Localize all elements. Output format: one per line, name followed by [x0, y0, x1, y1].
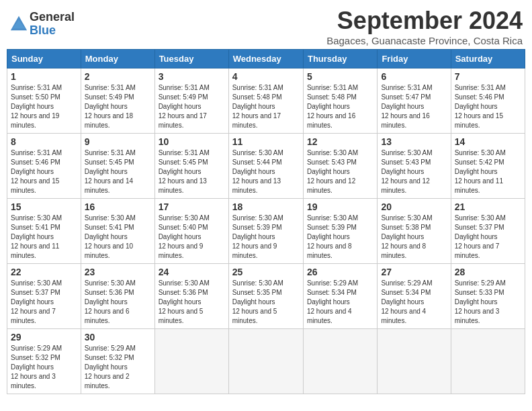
day-info: Sunrise: 5:30 AMSunset: 5:42 PMDaylight …: [455, 148, 521, 195]
page-header: General Blue September 2024 Bagaces, Gua…: [7, 7, 525, 46]
logo: General Blue: [9, 11, 75, 38]
calendar-cell: 29Sunrise: 5:29 AMSunset: 5:32 PMDayligh…: [7, 329, 81, 394]
calendar-cell: 19Sunrise: 5:30 AMSunset: 5:39 PMDayligh…: [303, 199, 377, 264]
calendar-cell: 4Sunrise: 5:31 AMSunset: 5:48 PMDaylight…: [228, 68, 303, 134]
day-number: 5: [307, 71, 373, 82]
day-info: Sunrise: 5:30 AMSunset: 5:35 PMDaylight …: [232, 279, 300, 326]
calendar-body: 1Sunrise: 5:31 AMSunset: 5:50 PMDaylight…: [7, 68, 525, 394]
day-info: Sunrise: 5:31 AMSunset: 5:46 PMDaylight …: [455, 83, 521, 130]
week-row-2: 8Sunrise: 5:31 AMSunset: 5:46 PMDaylight…: [7, 134, 525, 199]
day-info: Sunrise: 5:30 AMSunset: 5:36 PMDaylight …: [159, 279, 225, 326]
day-info: Sunrise: 5:31 AMSunset: 5:48 PMDaylight …: [232, 83, 300, 130]
calendar-cell: 18Sunrise: 5:30 AMSunset: 5:39 PMDayligh…: [228, 199, 303, 264]
day-info: Sunrise: 5:30 AMSunset: 5:39 PMDaylight …: [307, 214, 373, 261]
day-info: Sunrise: 5:31 AMSunset: 5:47 PMDaylight …: [381, 83, 447, 130]
day-number: 28: [455, 267, 521, 277]
calendar-cell: 8Sunrise: 5:31 AMSunset: 5:46 PMDaylight…: [7, 134, 81, 199]
calendar-cell: [303, 329, 377, 394]
day-number: 12: [307, 136, 373, 147]
calendar-cell: 6Sunrise: 5:31 AMSunset: 5:47 PMDaylight…: [378, 68, 451, 134]
day-number: 29: [11, 332, 77, 342]
day-info: Sunrise: 5:30 AMSunset: 5:40 PMDaylight …: [159, 214, 225, 261]
day-number: 22: [11, 267, 77, 277]
calendar-cell: 5Sunrise: 5:31 AMSunset: 5:48 PMDaylight…: [303, 68, 377, 134]
calendar-cell: 25Sunrise: 5:30 AMSunset: 5:35 PMDayligh…: [228, 264, 303, 329]
calendar-cell: 30Sunrise: 5:29 AMSunset: 5:32 PMDayligh…: [81, 329, 154, 394]
day-number: 21: [455, 201, 521, 212]
calendar-cell: [228, 329, 303, 394]
day-info: Sunrise: 5:30 AMSunset: 5:41 PMDaylight …: [85, 214, 151, 261]
day-number: 24: [159, 267, 225, 277]
week-row-5: 29Sunrise: 5:29 AMSunset: 5:32 PMDayligh…: [7, 329, 525, 394]
calendar-cell: [451, 329, 525, 394]
day-number: 27: [381, 267, 447, 277]
calendar-cell: 23Sunrise: 5:30 AMSunset: 5:36 PMDayligh…: [81, 264, 154, 329]
day-info: Sunrise: 5:29 AMSunset: 5:33 PMDaylight …: [455, 279, 521, 326]
calendar-cell: 12Sunrise: 5:30 AMSunset: 5:43 PMDayligh…: [303, 134, 377, 199]
week-row-3: 15Sunrise: 5:30 AMSunset: 5:41 PMDayligh…: [7, 199, 525, 264]
col-tuesday: Tuesday: [154, 50, 228, 68]
day-info: Sunrise: 5:31 AMSunset: 5:45 PMDaylight …: [85, 148, 151, 195]
calendar-cell: 26Sunrise: 5:29 AMSunset: 5:34 PMDayligh…: [303, 264, 377, 329]
day-number: 20: [381, 201, 447, 212]
calendar-cell: 7Sunrise: 5:31 AMSunset: 5:46 PMDaylight…: [451, 68, 525, 134]
week-row-4: 22Sunrise: 5:30 AMSunset: 5:37 PMDayligh…: [7, 264, 525, 329]
calendar-cell: 9Sunrise: 5:31 AMSunset: 5:45 PMDaylight…: [81, 134, 154, 199]
calendar-cell: 24Sunrise: 5:30 AMSunset: 5:36 PMDayligh…: [154, 264, 228, 329]
day-number: 9: [85, 136, 151, 147]
logo-general: General: [30, 11, 75, 24]
day-info: Sunrise: 5:31 AMSunset: 5:49 PMDaylight …: [159, 83, 225, 130]
day-info: Sunrise: 5:29 AMSunset: 5:32 PMDaylight …: [11, 344, 77, 391]
logo-icon: [9, 15, 28, 34]
day-number: 10: [159, 136, 225, 147]
calendar-cell: 11Sunrise: 5:30 AMSunset: 5:44 PMDayligh…: [228, 134, 303, 199]
col-wednesday: Wednesday: [228, 50, 303, 68]
day-info: Sunrise: 5:31 AMSunset: 5:50 PMDaylight …: [11, 83, 77, 130]
day-number: 1: [11, 71, 77, 82]
calendar-cell: 17Sunrise: 5:30 AMSunset: 5:40 PMDayligh…: [154, 199, 228, 264]
day-number: 14: [455, 136, 521, 147]
day-info: Sunrise: 5:30 AMSunset: 5:43 PMDaylight …: [381, 148, 447, 195]
calendar-cell: 2Sunrise: 5:31 AMSunset: 5:49 PMDaylight…: [81, 68, 154, 134]
title-block: September 2024 Bagaces, Guanacaste Provi…: [326, 7, 523, 46]
day-info: Sunrise: 5:29 AMSunset: 5:32 PMDaylight …: [85, 344, 151, 391]
calendar-cell: 1Sunrise: 5:31 AMSunset: 5:50 PMDaylight…: [7, 68, 81, 134]
col-sunday: Sunday: [7, 50, 81, 68]
day-info: Sunrise: 5:31 AMSunset: 5:48 PMDaylight …: [307, 83, 373, 130]
day-info: Sunrise: 5:30 AMSunset: 5:44 PMDaylight …: [232, 148, 300, 195]
calendar-cell: 28Sunrise: 5:29 AMSunset: 5:33 PMDayligh…: [451, 264, 525, 329]
col-saturday: Saturday: [451, 50, 525, 68]
day-info: Sunrise: 5:30 AMSunset: 5:38 PMDaylight …: [381, 214, 447, 261]
col-friday: Friday: [378, 50, 451, 68]
day-info: Sunrise: 5:30 AMSunset: 5:39 PMDaylight …: [232, 214, 300, 261]
day-info: Sunrise: 5:29 AMSunset: 5:34 PMDaylight …: [307, 279, 373, 326]
month-title: September 2024: [326, 7, 523, 35]
day-info: Sunrise: 5:29 AMSunset: 5:34 PMDaylight …: [381, 279, 447, 326]
day-info: Sunrise: 5:30 AMSunset: 5:43 PMDaylight …: [307, 148, 373, 195]
day-info: Sunrise: 5:30 AMSunset: 5:41 PMDaylight …: [11, 214, 77, 261]
calendar-table: Sunday Monday Tuesday Wednesday Thursday…: [7, 49, 525, 394]
location-subtitle: Bagaces, Guanacaste Province, Costa Rica: [326, 35, 523, 46]
day-info: Sunrise: 5:31 AMSunset: 5:46 PMDaylight …: [11, 148, 77, 195]
calendar-cell: 20Sunrise: 5:30 AMSunset: 5:38 PMDayligh…: [378, 199, 451, 264]
day-number: 26: [307, 267, 373, 277]
calendar-cell: 15Sunrise: 5:30 AMSunset: 5:41 PMDayligh…: [7, 199, 81, 264]
logo-blue: Blue: [30, 24, 75, 38]
day-number: 7: [455, 71, 521, 82]
calendar-cell: 22Sunrise: 5:30 AMSunset: 5:37 PMDayligh…: [7, 264, 81, 329]
day-number: 4: [232, 71, 300, 82]
week-row-1: 1Sunrise: 5:31 AMSunset: 5:50 PMDaylight…: [7, 68, 525, 134]
calendar-cell: 14Sunrise: 5:30 AMSunset: 5:42 PMDayligh…: [451, 134, 525, 199]
calendar-cell: 10Sunrise: 5:31 AMSunset: 5:45 PMDayligh…: [154, 134, 228, 199]
day-info: Sunrise: 5:30 AMSunset: 5:36 PMDaylight …: [85, 279, 151, 326]
day-number: 25: [232, 267, 300, 277]
logo-text: General Blue: [30, 11, 75, 38]
calendar-header-row: Sunday Monday Tuesday Wednesday Thursday…: [7, 50, 525, 68]
day-number: 16: [85, 201, 151, 212]
day-number: 13: [381, 136, 447, 147]
calendar-cell: [154, 329, 228, 394]
day-number: 30: [85, 332, 151, 342]
col-thursday: Thursday: [303, 50, 377, 68]
day-info: Sunrise: 5:31 AMSunset: 5:45 PMDaylight …: [159, 148, 225, 195]
day-number: 18: [232, 201, 300, 212]
